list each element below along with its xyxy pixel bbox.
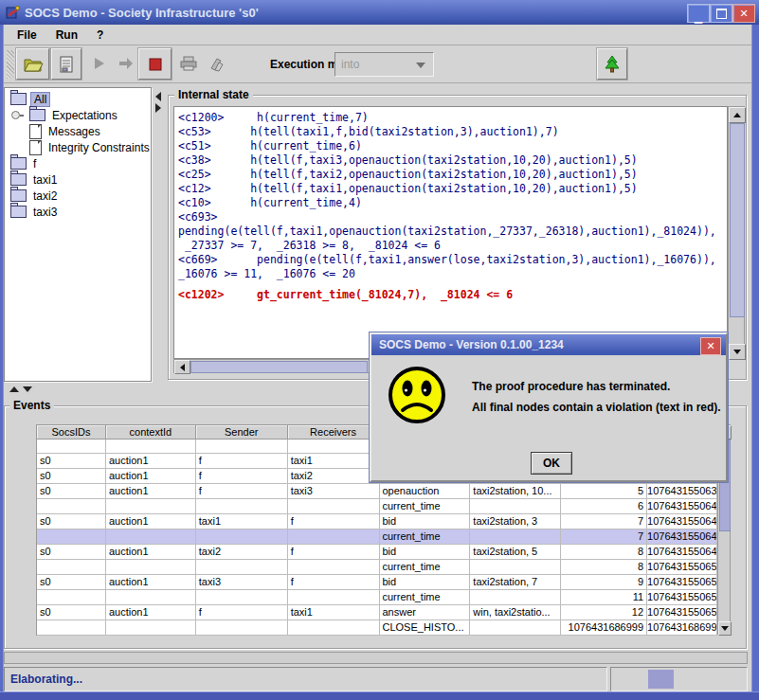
- expand-handle-icon[interactable]: [11, 111, 24, 119]
- title-bar[interactable]: SOCS Demo - Society Infrastructure 's0' …: [0, 0, 759, 25]
- step-button[interactable]: [114, 50, 138, 77]
- table-cell: [37, 590, 106, 605]
- state-vertical-scrollbar[interactable]: [728, 106, 745, 359]
- table-cell: [288, 529, 380, 545]
- society-tree-button[interactable]: [597, 48, 627, 80]
- table-cell: 8: [561, 545, 647, 560]
- column-header[interactable]: Sender: [196, 425, 288, 440]
- scroll-down-button[interactable]: [729, 344, 746, 360]
- table-cell: [37, 529, 106, 545]
- menu-item-file[interactable]: File: [8, 27, 46, 44]
- table-cell: [37, 560, 106, 575]
- printer-icon: [179, 55, 198, 72]
- state-line: <c25> h(tell(f,taxi2,openauction(taxi2st…: [178, 168, 727, 182]
- tree-item-taxi1[interactable]: taxi1: [5, 171, 151, 188]
- collapse-left-icon[interactable]: [155, 92, 161, 101]
- column-header[interactable]: contextId: [106, 425, 196, 440]
- table-cell: current_time: [380, 560, 471, 575]
- open-button[interactable]: [16, 48, 49, 80]
- tree-item-integrity-constraints[interactable]: Integrity Constraints: [5, 139, 151, 155]
- scroll-up-button[interactable]: [729, 107, 746, 123]
- table-row[interactable]: s0auction1ftaxi3openauctiontaxi2station,…: [37, 484, 717, 499]
- table-row[interactable]: s0auction1taxi2fbidtaxi2station, 5810764…: [37, 545, 717, 560]
- table-cell: auction1: [106, 575, 196, 590]
- menu-item-help[interactable]: ?: [87, 27, 113, 44]
- stop-button[interactable]: [138, 48, 172, 80]
- collapse-up-icon[interactable]: [9, 386, 19, 392]
- vertical-splitter[interactable]: [152, 87, 167, 382]
- table-row[interactable]: s0auction1taxi3fbidtaxi2station, 7910764…: [37, 575, 717, 590]
- table-cell: answer: [380, 605, 471, 620]
- dialog-close-button[interactable]: ✕: [700, 337, 721, 355]
- table-cell: s0: [37, 454, 106, 469]
- table-cell: current_time: [380, 590, 471, 605]
- filter-cell[interactable]: [106, 440, 196, 454]
- table-row[interactable]: current_time71076431550647: [37, 529, 717, 545]
- column-header[interactable]: SocsIDs: [37, 425, 106, 440]
- close-button[interactable]: ✕: [732, 4, 755, 23]
- table-cell: s0: [37, 469, 106, 484]
- events-horizontal-scrollbar[interactable]: [4, 652, 748, 664]
- state-line: <c10> h(current_time,4): [178, 196, 727, 210]
- table-cell: s0: [37, 484, 106, 499]
- society-tree[interactable]: AllExpectationsMessagesIntegrity Constra…: [4, 87, 152, 382]
- execution-mode-value: into: [341, 58, 359, 71]
- table-row[interactable]: s0auction1taxi1fbidtaxi2station, 3710764…: [37, 514, 717, 529]
- table-row[interactable]: current_time61076431550644: [37, 499, 717, 514]
- tree-item-messages[interactable]: Messages: [5, 123, 151, 139]
- dialog-message-line1: The proof procedure has terminated.: [472, 380, 670, 393]
- maximize-button[interactable]: [710, 4, 732, 23]
- ok-button[interactable]: OK: [531, 452, 572, 475]
- table-row[interactable]: current_time81076431550654: [37, 560, 717, 575]
- minimize-button[interactable]: ▁: [687, 4, 710, 23]
- print-button[interactable]: [175, 50, 202, 77]
- expand-down-icon[interactable]: [23, 386, 32, 392]
- window-border-bottom: [0, 691, 759, 700]
- tree-item-expectations[interactable]: Expectations: [5, 107, 151, 123]
- document-icon: [29, 140, 42, 155]
- table-cell: [196, 499, 288, 514]
- state-line: <c51> h(current_time,6): [178, 139, 727, 153]
- run-button[interactable]: [85, 50, 112, 77]
- state-vscroll-thumb[interactable]: [730, 123, 745, 317]
- state-hscroll-thumb[interactable]: [190, 361, 368, 373]
- play-icon: [90, 55, 107, 72]
- filter-cell[interactable]: [37, 440, 106, 454]
- filter-cell[interactable]: [196, 440, 288, 454]
- toolbar-grip[interactable]: [7, 50, 14, 79]
- state-line: <c669> pending(e(tell(f,taxi1,answer(los…: [178, 253, 727, 267]
- column-header[interactable]: Receivers: [288, 425, 380, 440]
- table-cell: taxi2station, 7: [470, 575, 561, 590]
- table-cell: s0: [37, 605, 106, 620]
- table-cell: 1076431550647: [647, 529, 717, 545]
- tree-item-f[interactable]: f: [5, 155, 151, 171]
- chevron-down-icon: [416, 63, 425, 68]
- tree-item-taxi2[interactable]: taxi2: [5, 188, 151, 204]
- table-cell: current_time: [380, 499, 471, 514]
- report-button[interactable]: [51, 48, 81, 80]
- dialog-title-bar[interactable]: SOCS Demo - Version 0.1.00_1234: [371, 334, 726, 355]
- tree-item-all[interactable]: All: [5, 91, 151, 107]
- table-row[interactable]: current_time111076431550657: [37, 590, 717, 605]
- table-row[interactable]: s0auction1ftaxi1answerwin, taxi2statio..…: [37, 605, 717, 620]
- table-cell: f: [196, 484, 288, 499]
- internal-state-text[interactable]: <c1200> h(current_time,7)<c53> h(tell(ta…: [173, 106, 728, 359]
- table-cell: auction1: [106, 514, 196, 529]
- table-cell: taxi2: [288, 469, 380, 484]
- table-cell: [106, 620, 196, 636]
- expand-right-icon[interactable]: [155, 103, 161, 113]
- tree-item-taxi3[interactable]: taxi3: [5, 204, 151, 220]
- execution-mode-combobox[interactable]: into: [334, 52, 434, 77]
- table-row[interactable]: CLOSE_HISTO...10764316869991076431686999: [37, 620, 717, 636]
- table-cell: auction1: [106, 545, 196, 560]
- events-scroll-down-button[interactable]: [718, 621, 732, 636]
- copy-button[interactable]: [204, 50, 230, 77]
- scroll-left-button[interactable]: [174, 360, 190, 374]
- table-cell: f: [196, 454, 288, 469]
- table-cell: taxi3: [196, 575, 288, 590]
- table-cell: f: [196, 605, 288, 620]
- state-line: <c38> h(tell(f,taxi3,openauction(taxi2st…: [178, 153, 727, 168]
- menu-item-run[interactable]: Run: [46, 27, 87, 44]
- filter-cell[interactable]: [288, 440, 380, 454]
- table-cell: taxi2station, 10...: [470, 484, 561, 499]
